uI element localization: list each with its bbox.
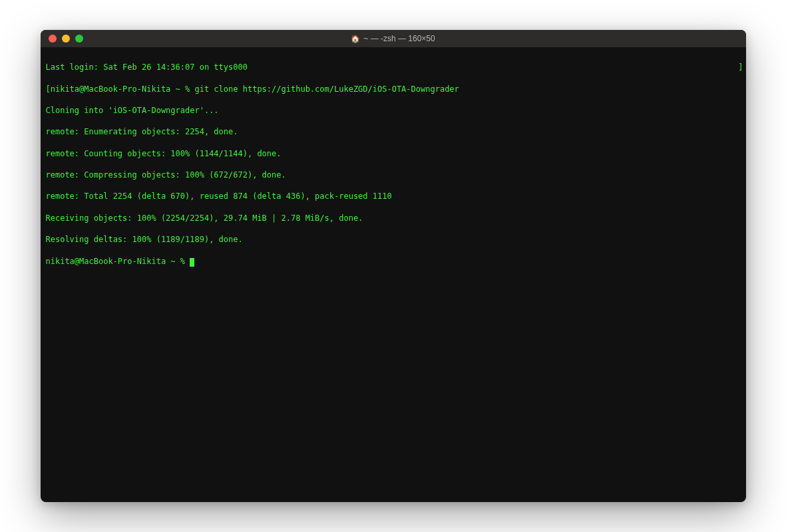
minimize-icon[interactable]: [62, 35, 70, 43]
terminal-window: 🏠 ~ — -zsh — 160×50 Last login: Sat Feb …: [41, 30, 746, 502]
window-title: 🏠 ~ — -zsh — 160×50: [41, 34, 746, 43]
traffic-lights: [41, 35, 83, 43]
terminal-line: remote: Counting objects: 100% (1144/114…: [46, 148, 741, 159]
home-icon: 🏠: [351, 35, 360, 43]
terminal-line: Resolving deltas: 100% (1189/1189), done…: [46, 234, 741, 245]
terminal-line: remote: Enumerating objects: 2254, done.: [46, 126, 741, 137]
right-bracket: ]: [738, 62, 743, 72]
terminal-body[interactable]: Last login: Sat Feb 26 14:36:07 on ttys0…: [41, 47, 746, 502]
terminal-line: remote: Compressing objects: 100% (672/6…: [46, 170, 741, 180]
terminal-line: Receiving objects: 100% (2254/2254), 29.…: [46, 213, 741, 223]
maximize-icon[interactable]: [75, 35, 83, 43]
terminal-prompt: nikita@MacBook-Pro-Nikita ~ %: [46, 257, 190, 266]
terminal-line: [nikita@MacBook-Pro-Nikita ~ % git clone…: [46, 84, 741, 94]
close-icon[interactable]: [49, 35, 57, 43]
terminal-line: Last login: Sat Feb 26 14:36:07 on ttys0…: [46, 62, 741, 72]
cursor-icon: [190, 258, 194, 267]
window-title-text: ~ — -zsh — 160×50: [363, 34, 435, 43]
titlebar: 🏠 ~ — -zsh — 160×50: [41, 30, 746, 47]
terminal-line: Cloning into 'iOS-OTA-Downgrader'...: [46, 105, 741, 116]
terminal-line: remote: Total 2254 (delta 670), reused 8…: [46, 191, 741, 201]
terminal-prompt-line: nikita@MacBook-Pro-Nikita ~ %: [46, 256, 741, 267]
